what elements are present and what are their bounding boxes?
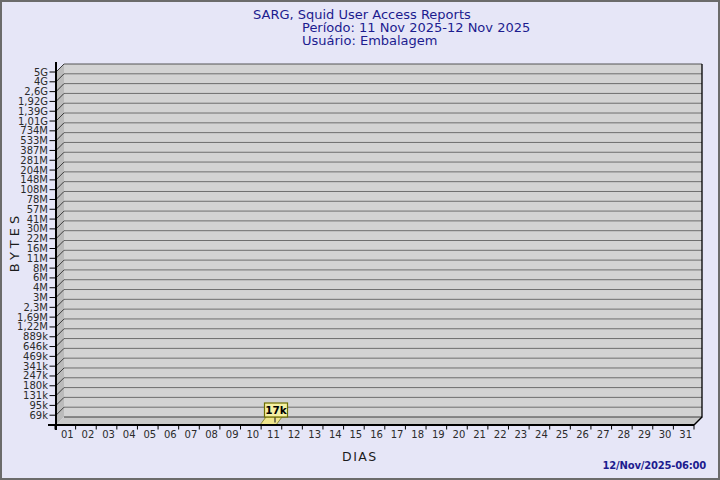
sarg-report-page: SARG, Squid User Access Reports Período:… [0, 0, 720, 480]
chart-canvas: 17k [2, 2, 720, 480]
x-tick-label: 31 [674, 429, 698, 440]
floor [56, 417, 702, 425]
generation-timestamp: 12/Nov/2025-06:00 [603, 460, 706, 471]
bar-value-label: 17k [265, 404, 288, 416]
y-tick-label: 69k [2, 410, 48, 421]
x-axis-title: DIAS [342, 449, 378, 464]
